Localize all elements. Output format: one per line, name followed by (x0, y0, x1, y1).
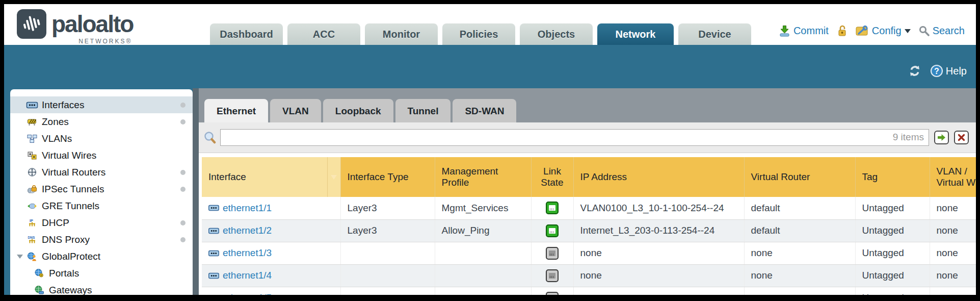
sidebar-item-label: GlobalProtect (42, 251, 100, 262)
sidebar-item-interfaces[interactable]: Interfaces (10, 96, 193, 113)
interface-subtabs: Ethernet VLAN Loopback Tunnel SD-WAN (199, 88, 976, 122)
tab-policies[interactable]: Policies (442, 23, 515, 45)
main-content: Ethernet VLAN Loopback Tunnel SD-WAN 9 i… (199, 88, 976, 295)
top-bar: paloalto NETWORKS® Dashboard ACC Monitor… (4, 4, 976, 45)
column-header-ip-address[interactable]: IP Address (573, 157, 744, 197)
ethernet-interface-icon (208, 228, 219, 234)
interfaces-icon (25, 102, 39, 109)
table-row[interactable]: ethernet1/2 Layer3 Allow_Ping Internet_L… (202, 219, 976, 242)
dns-proxy-icon: DNS (25, 235, 39, 244)
sidebar-item-label: Zones (42, 116, 69, 128)
search-button[interactable]: Search (919, 25, 965, 37)
sidebar-item-virtual-routers[interactable]: Virtual Routers (10, 164, 193, 181)
portals-icon (33, 269, 46, 278)
help-button[interactable]: ? Help (930, 64, 967, 78)
interface-link[interactable]: ethernet1/1 (223, 203, 272, 214)
ethernet-interface-icon (208, 250, 219, 257)
sidebar-item-vlans[interactable]: VLANs (10, 130, 193, 147)
subtab-vlan[interactable]: VLAN (270, 99, 321, 122)
tab-monitor[interactable]: Monitor (365, 23, 438, 45)
config-label: Config (872, 25, 902, 37)
interface-link[interactable]: ethernet1/4 (223, 270, 272, 281)
ethernet-interface-icon (208, 272, 219, 279)
gateways-icon (33, 286, 46, 294)
search-icon (919, 26, 930, 36)
sidebar-item-gre-tunnels[interactable]: GRE Tunnels (10, 197, 193, 214)
table-row[interactable]: ethernet1/5 none none Untagged none (202, 287, 976, 295)
table-row[interactable]: ethernet1/3 none none Untagged none (202, 242, 976, 264)
column-header-tag[interactable]: Tag (855, 157, 930, 197)
sidebar-item-label: DNS Proxy (42, 234, 90, 245)
sidebar-item-dns-proxy[interactable]: DNS DNS Proxy (10, 231, 193, 248)
tab-device[interactable]: Device (678, 23, 751, 45)
ethernet-interface-icon (208, 205, 219, 211)
table-row[interactable]: ethernet1/4 none none Untagged none (202, 264, 976, 287)
column-header-interface[interactable]: Interface (202, 157, 340, 197)
sort-down-icon (331, 175, 337, 183)
sidebar-item-label: Virtual Wires (42, 150, 96, 161)
apply-filter-button[interactable] (934, 131, 949, 144)
sidebar-divider (193, 88, 199, 295)
column-header-link-state[interactable]: Link State (531, 157, 573, 197)
network-sidebar: Interfaces Zones VLANs (10, 89, 193, 295)
top-utilities: Commit Config (779, 25, 965, 37)
ethernet-interface-icon (208, 295, 219, 295)
svg-text:DNS: DNS (28, 236, 35, 239)
subtab-loopback[interactable]: Loopback (323, 99, 393, 122)
tab-acc[interactable]: ACC (287, 23, 360, 45)
help-label: Help (946, 65, 967, 77)
main-nav-tabs: Dashboard ACC Monitor Policies Objects N… (210, 23, 751, 45)
status-dot (180, 119, 186, 124)
tab-dashboard[interactable]: Dashboard (210, 23, 283, 45)
tab-network[interactable]: Network (597, 23, 674, 45)
sort-dropdown[interactable] (327, 157, 340, 197)
virtual-routers-icon (25, 168, 39, 177)
tab-objects[interactable]: Objects (520, 23, 593, 45)
commit-download-icon (779, 25, 790, 37)
config-wrench-icon (856, 25, 869, 37)
sidebar-item-portals[interactable]: Portals (10, 265, 193, 282)
subtab-sdwan[interactable]: SD-WAN (453, 99, 516, 122)
subtab-ethernet[interactable]: Ethernet (204, 99, 268, 122)
sidebar-item-zones[interactable]: Zones (10, 113, 193, 130)
column-header-vlan-virtual-wire[interactable]: VLAN / Virtual Wire (930, 157, 976, 197)
clear-filter-button[interactable] (954, 131, 969, 144)
interface-link[interactable]: ethernet1/3 (223, 247, 272, 259)
sidebar-item-gateways[interactable]: Gateways (10, 282, 193, 295)
sidebar-item-dhcp[interactable]: IP DHCP (10, 214, 193, 231)
sidebar-item-virtual-wires[interactable]: Virtual Wires (10, 147, 193, 164)
sidebar-item-globalprotect[interactable]: GlobalProtect (10, 248, 193, 265)
application-window: paloalto NETWORKS® Dashboard ACC Monitor… (4, 4, 976, 295)
caret-down-icon (905, 29, 911, 36)
interfaces-table: Interface Interface Type Management Prof… (199, 153, 976, 295)
refresh-icon[interactable] (908, 65, 922, 77)
subtab-tunnel[interactable]: Tunnel (395, 99, 451, 122)
config-dropdown[interactable]: Config (856, 25, 911, 37)
sidebar-item-ipsec-tunnels[interactable]: IPSec Tunnels (10, 181, 193, 197)
status-dot (180, 187, 186, 192)
interface-link[interactable]: ethernet1/5 (223, 292, 272, 295)
interface-link[interactable]: ethernet1/2 (223, 225, 272, 236)
table-row[interactable]: ethernet1/1 Layer3 Mgmt_Services VLAN010… (202, 197, 976, 219)
column-header-interface-type[interactable]: Interface Type (340, 157, 435, 197)
globalprotect-icon (25, 252, 39, 261)
svg-text:IP: IP (30, 218, 33, 223)
virtual-wires-icon (25, 152, 39, 160)
commit-button[interactable]: Commit (779, 25, 829, 37)
status-dot (180, 170, 186, 175)
svg-text:?: ? (934, 67, 939, 76)
brand-subtitle: NETWORKS® (78, 38, 132, 45)
column-header-virtual-router[interactable]: Virtual Router (744, 157, 855, 197)
lock-button[interactable] (837, 25, 847, 37)
link-state-icon (546, 292, 559, 295)
sidebar-item-label: Portals (49, 268, 79, 279)
column-header-management-profile[interactable]: Management Profile (435, 157, 531, 197)
search-label: Search (933, 25, 965, 37)
dhcp-icon: IP (25, 218, 39, 227)
help-icon: ? (930, 64, 943, 78)
link-state-icon (546, 247, 559, 260)
status-dot (180, 237, 186, 242)
link-state-icon (546, 224, 559, 237)
filter-input[interactable] (220, 129, 929, 146)
expander-down-icon[interactable] (17, 255, 23, 262)
